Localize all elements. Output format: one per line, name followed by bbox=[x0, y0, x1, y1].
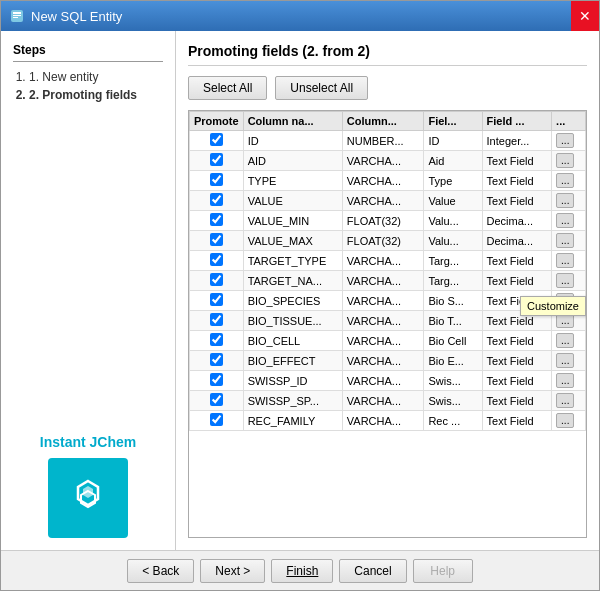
next-button[interactable]: Next > bbox=[200, 559, 265, 583]
promote-cell bbox=[190, 151, 244, 171]
cell-column: VARCHA... bbox=[342, 371, 424, 391]
dots-button[interactable]: ... bbox=[556, 353, 574, 368]
dots-button[interactable]: ... bbox=[556, 253, 574, 268]
cell-col-name: SWISSP_SP... bbox=[243, 391, 342, 411]
dots-button[interactable]: ... bbox=[556, 333, 574, 348]
promote-checkbox[interactable] bbox=[210, 273, 223, 286]
dots-button[interactable]: ... bbox=[556, 133, 574, 148]
svg-rect-3 bbox=[13, 17, 18, 18]
branding-section: Instant JChem bbox=[13, 434, 163, 538]
cell-field-type: Text Field bbox=[482, 331, 552, 351]
dots-cell: ... bbox=[552, 131, 586, 151]
col-field: Fiel... bbox=[424, 112, 482, 131]
steps-section: Steps 1. New entity 2. Promoting fields bbox=[13, 43, 163, 106]
dots-button[interactable]: ... bbox=[556, 153, 574, 168]
cell-field: Type bbox=[424, 171, 482, 191]
cell-col-name: REC_FAMILY bbox=[243, 411, 342, 431]
cell-field: Bio Cell bbox=[424, 331, 482, 351]
cancel-button[interactable]: Cancel bbox=[339, 559, 406, 583]
cell-field-type: Decima... bbox=[482, 231, 552, 251]
cell-col-name: VALUE_MAX bbox=[243, 231, 342, 251]
dots-button[interactable]: ... bbox=[556, 173, 574, 188]
dots-button[interactable]: ... bbox=[556, 413, 574, 428]
cell-field: Targ... bbox=[424, 251, 482, 271]
action-buttons: Select All Unselect All bbox=[188, 76, 587, 100]
promote-checkbox[interactable] bbox=[210, 213, 223, 226]
step-2: 2. Promoting fields bbox=[29, 88, 163, 102]
dots-cell: ... bbox=[552, 391, 586, 411]
dots-button[interactable]: ... bbox=[556, 273, 574, 288]
dots-cell: ... bbox=[552, 351, 586, 371]
cell-col-name: TYPE bbox=[243, 171, 342, 191]
promote-cell bbox=[190, 231, 244, 251]
dots-cell: ... bbox=[552, 411, 586, 431]
table-row: VALUE_MAXFLOAT(32)Valu...Decima...... bbox=[190, 231, 586, 251]
dots-cell: ... bbox=[552, 271, 586, 291]
cell-column: VARCHA... bbox=[342, 391, 424, 411]
back-button[interactable]: < Back bbox=[127, 559, 194, 583]
help-button[interactable]: Help bbox=[413, 559, 473, 583]
fields-table: Promote Column na... Column... Fiel... F… bbox=[189, 111, 586, 431]
svg-rect-2 bbox=[13, 15, 21, 16]
dots-button[interactable]: ... bbox=[556, 213, 574, 228]
steps-heading: Steps bbox=[13, 43, 163, 62]
cell-column: VARCHA... bbox=[342, 331, 424, 351]
promote-checkbox[interactable] bbox=[210, 233, 223, 246]
promote-cell bbox=[190, 331, 244, 351]
dots-button[interactable]: ... bbox=[556, 393, 574, 408]
close-button[interactable]: ✕ bbox=[571, 1, 599, 31]
steps-list: 1. New entity 2. Promoting fields bbox=[13, 70, 163, 102]
dots-button[interactable]: ... bbox=[556, 193, 574, 208]
cell-field-type: Text Field bbox=[482, 151, 552, 171]
unselect-all-button[interactable]: Unselect All bbox=[275, 76, 368, 100]
sidebar: Steps 1. New entity 2. Promoting fields … bbox=[1, 31, 176, 550]
dots-cell: ... bbox=[552, 211, 586, 231]
cell-field: ID bbox=[424, 131, 482, 151]
table-wrapper[interactable]: Promote Column na... Column... Fiel... F… bbox=[189, 111, 586, 537]
cell-column: VARCHA... bbox=[342, 251, 424, 271]
dots-button[interactable]: ... bbox=[556, 373, 574, 388]
step-2-number: 2. bbox=[29, 88, 39, 102]
cell-field: Targ... bbox=[424, 271, 482, 291]
promote-checkbox[interactable] bbox=[210, 253, 223, 266]
step-1: 1. New entity bbox=[29, 70, 163, 84]
svg-rect-1 bbox=[13, 12, 21, 14]
promote-checkbox[interactable] bbox=[210, 393, 223, 406]
cell-col-name: SWISSP_ID bbox=[243, 371, 342, 391]
promote-checkbox[interactable] bbox=[210, 153, 223, 166]
cell-column: VARCHA... bbox=[342, 351, 424, 371]
cell-col-name: BIO_CELL bbox=[243, 331, 342, 351]
promote-checkbox[interactable] bbox=[210, 313, 223, 326]
finish-button[interactable]: Finish bbox=[271, 559, 333, 583]
cell-field: Bio S... bbox=[424, 291, 482, 311]
cell-field: Value bbox=[424, 191, 482, 211]
cell-field-type: Text Field bbox=[482, 391, 552, 411]
promote-cell bbox=[190, 371, 244, 391]
promote-checkbox[interactable] bbox=[210, 353, 223, 366]
dots-cell: ... bbox=[552, 191, 586, 211]
promote-checkbox[interactable] bbox=[210, 293, 223, 306]
cell-col-name: TARGET_TYPE bbox=[243, 251, 342, 271]
step-2-label: Promoting fields bbox=[42, 88, 137, 102]
cell-column: VARCHA... bbox=[342, 271, 424, 291]
table-row: TYPEVARCHA...TypeText Field... bbox=[190, 171, 586, 191]
cell-field: Valu... bbox=[424, 211, 482, 231]
cell-field: Swis... bbox=[424, 371, 482, 391]
cell-field-type: Text Field bbox=[482, 191, 552, 211]
select-all-button[interactable]: Select All bbox=[188, 76, 267, 100]
table-row: VALUEVARCHA...ValueText Field... bbox=[190, 191, 586, 211]
cell-field-type: Text Field bbox=[482, 271, 552, 291]
cell-column: VARCHA... bbox=[342, 171, 424, 191]
promote-checkbox[interactable] bbox=[210, 133, 223, 146]
col-dots: ... bbox=[552, 112, 586, 131]
cell-col-name: BIO_SPECIES bbox=[243, 291, 342, 311]
promote-checkbox[interactable] bbox=[210, 173, 223, 186]
promote-checkbox[interactable] bbox=[210, 373, 223, 386]
cell-field-type: Text Field bbox=[482, 411, 552, 431]
dots-button[interactable]: ... bbox=[556, 233, 574, 248]
promote-checkbox[interactable] bbox=[210, 413, 223, 426]
brand-logo-icon bbox=[63, 473, 113, 523]
promote-checkbox[interactable] bbox=[210, 333, 223, 346]
promote-checkbox[interactable] bbox=[210, 193, 223, 206]
promote-cell bbox=[190, 171, 244, 191]
